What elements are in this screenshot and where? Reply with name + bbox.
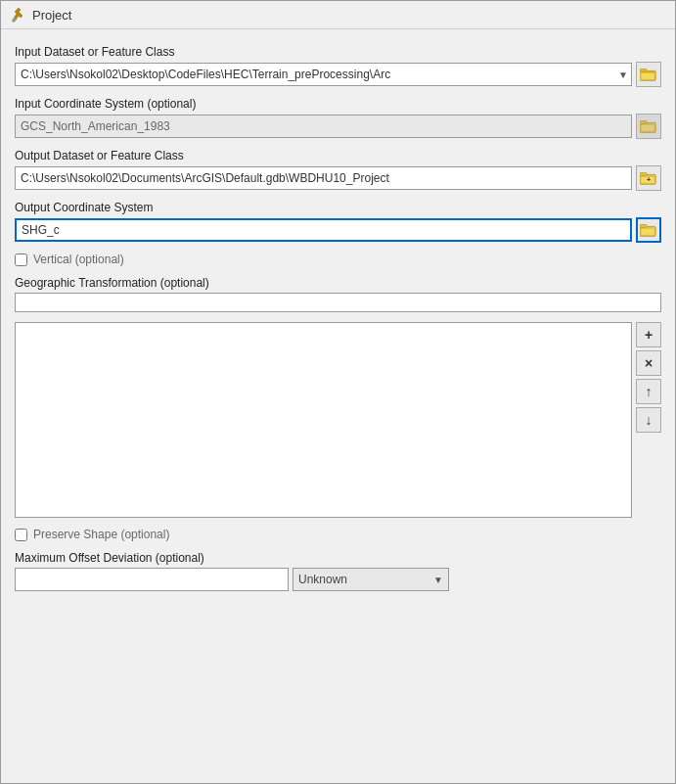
max-offset-label: Maximum Offset Deviation (optional): [15, 551, 661, 565]
remove-button[interactable]: ×: [636, 350, 661, 376]
preserve-shape-label: Preserve Shape (optional): [33, 528, 169, 541]
vertical-checkbox[interactable]: [15, 254, 27, 266]
input-dataset-row: ▼: [15, 62, 661, 87]
form-content: Input Dataset or Feature Class ▼: [1, 29, 675, 783]
svg-rect-7: [641, 124, 654, 131]
input-coord-group: Input Coordinate System (optional): [15, 97, 661, 139]
unknown-dropdown[interactable]: Unknown ▼: [293, 568, 449, 591]
input-dataset-browse-button[interactable]: [636, 62, 661, 87]
input-dataset-label: Input Dataset or Feature Class: [15, 45, 661, 59]
tool-icon: [11, 7, 26, 23]
max-offset-input[interactable]: [15, 568, 289, 591]
preserve-shape-row: Preserve Shape (optional): [15, 528, 661, 541]
window-title: Project: [32, 8, 71, 23]
transformation-list[interactable]: [15, 322, 632, 518]
output-dataset-row: +: [15, 165, 661, 191]
input-dataset-input[interactable]: [15, 63, 632, 86]
output-coord-input[interactable]: [15, 218, 632, 242]
input-coord-browse-button[interactable]: [636, 114, 661, 139]
list-side-buttons: + × ↑ ↓: [636, 322, 661, 433]
geo-transform-label: Geographic Transformation (optional): [15, 276, 661, 290]
folder-browse-icon: [640, 222, 657, 238]
title-bar: Project: [1, 1, 675, 29]
bottom-section: Preserve Shape (optional) Maximum Offset…: [15, 528, 661, 591]
svg-text:+: +: [647, 176, 651, 185]
geo-transform-group: Geographic Transformation (optional): [15, 276, 661, 312]
dropdown-indicator: ▼: [618, 69, 628, 80]
dropdown-arrow-icon: ▼: [433, 575, 443, 585]
folder-add-icon: +: [640, 170, 657, 186]
output-dataset-browse-button[interactable]: +: [636, 165, 661, 191]
move-down-button[interactable]: ↓: [636, 407, 661, 433]
input-coord-input: [15, 115, 632, 138]
output-coord-group: Output Coordinate System: [15, 201, 661, 243]
add-button[interactable]: +: [636, 322, 661, 347]
project-window: Project Input Dataset or Feature Class ▼: [0, 0, 676, 784]
output-dataset-input[interactable]: [15, 166, 632, 190]
svg-rect-3: [641, 72, 654, 79]
folder-icon: [640, 118, 657, 134]
svg-rect-6: [640, 121, 647, 124]
folder-open-icon: [640, 67, 657, 82]
svg-rect-13: [640, 225, 647, 228]
input-coord-row: [15, 114, 661, 139]
max-offset-row: Unknown ▼: [15, 568, 661, 591]
vertical-label: Vertical (optional): [33, 253, 124, 266]
output-coord-browse-button[interactable]: [636, 217, 661, 243]
output-coord-row: [15, 217, 661, 243]
move-up-button[interactable]: ↑: [636, 379, 661, 404]
output-dataset-label: Output Dataset or Feature Class: [15, 149, 661, 162]
preserve-shape-checkbox[interactable]: [15, 529, 27, 541]
svg-rect-14: [641, 228, 654, 235]
dropdown-value: Unknown: [298, 573, 347, 586]
svg-rect-4: [641, 70, 654, 72]
input-dataset-group: Input Dataset or Feature Class ▼: [15, 45, 661, 87]
max-offset-group: Maximum Offset Deviation (optional) Unkn…: [15, 551, 661, 591]
vertical-checkbox-row: Vertical (optional): [15, 253, 661, 266]
output-dataset-group: Output Dataset or Feature Class +: [15, 149, 661, 191]
geo-transform-input[interactable]: [15, 293, 661, 312]
output-coord-label: Output Coordinate System: [15, 201, 661, 214]
input-coord-label: Input Coordinate System (optional): [15, 97, 661, 111]
list-area-row: + × ↑ ↓: [15, 322, 661, 518]
